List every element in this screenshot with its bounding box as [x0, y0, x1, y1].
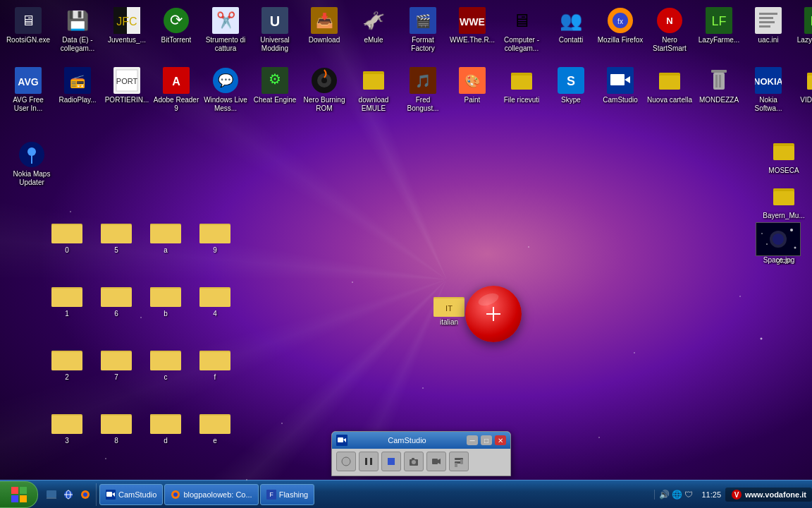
- folder-7[interactable]: 7: [92, 332, 141, 395]
- folder-c[interactable]: c: [141, 332, 190, 395]
- folder-2[interactable]: 2: [42, 332, 92, 395]
- icon-nokia-software[interactable]: NOKIA Nokia Softwa...: [744, 64, 793, 116]
- icon-nero-burning[interactable]: Nero Burning ROM: [300, 64, 349, 116]
- icon-computer[interactable]: 🖥 Computer - collegam...: [497, 4, 546, 56]
- camstudio-close-btn[interactable]: ✕: [495, 435, 506, 445]
- icon-windows-live[interactable]: 💬 Windows Live Mess...: [201, 64, 250, 116]
- icon-nuova-cartella-label: Nuova cartella: [647, 96, 692, 104]
- icon-uac[interactable]: uac.ini: [744, 4, 793, 56]
- icon-download-emule[interactable]: download EMULE: [349, 64, 398, 116]
- icon-bayern[interactable]: Bayern_Mu...: [759, 179, 808, 223]
- camstudio-window-titlebar: CamStudio ─ □ ✕: [332, 432, 510, 449]
- icon-file-ricevuti[interactable]: File ricevuti: [497, 64, 546, 116]
- folder-a[interactable]: a: [141, 205, 190, 268]
- folder-5[interactable]: 5: [92, 205, 141, 268]
- icon-lazyfarme2[interactable]: LF LazyFarme...: [793, 4, 812, 56]
- icon-video-ts[interactable]: VIDEO_TS: [793, 64, 812, 116]
- icon-firefox[interactable]: fx Mozilla Firefox: [596, 4, 645, 56]
- icon-nero[interactable]: N Nero StartSmart: [645, 4, 694, 56]
- icon-juventus[interactable]: JFC Juventus_...: [102, 4, 152, 56]
- taskbar-item-blogpaoloweb[interactable]: blogpaoloweb: Co...: [164, 484, 258, 505]
- icon-format-factory[interactable]: 🎬 Format Factory: [398, 4, 448, 56]
- icon-mondezza[interactable]: MONDEZZA: [694, 64, 744, 116]
- icon-wwe[interactable]: WWE WWE.The.R...: [448, 4, 497, 56]
- svg-rect-132: [101, 414, 132, 434]
- quick-firefox[interactable]: [78, 487, 93, 502]
- icon-paint[interactable]: 🎨 Paint: [448, 64, 497, 116]
- camstudio-maximize-btn[interactable]: □: [481, 435, 492, 445]
- icon-fred[interactable]: 🎵 Fred Bongust...: [398, 64, 448, 116]
- icon-camstudio[interactable]: CamStudio: [596, 64, 645, 116]
- icon-rootsign[interactable]: 🖥 RootsiGN.exe: [4, 4, 53, 56]
- folder-d[interactable]: d: [141, 395, 190, 459]
- cam-stop-btn[interactable]: [381, 452, 401, 471]
- icon-space-jpg[interactable]: Space.jpg: [756, 222, 805, 265]
- icon-moseca[interactable]: MOSECA: [759, 134, 808, 178]
- icon-avg[interactable]: AVG AVG Free User In...: [4, 64, 53, 116]
- svg-rect-53: [459, 67, 486, 94]
- cam-screenshot-btn[interactable]: [404, 452, 424, 471]
- quick-ie[interactable]: [61, 487, 76, 502]
- taskbar-clock[interactable]: 11:25: [697, 490, 725, 499]
- folder-3[interactable]: 3: [42, 395, 92, 459]
- taskbar-item-camstudio[interactable]: CamStudio: [99, 484, 163, 505]
- svg-point-19: [613, 13, 628, 28]
- icon-cheat-engine[interactable]: ⚙ Cheat Engine: [250, 64, 300, 116]
- icon-skype[interactable]: S Skype: [546, 64, 596, 116]
- tray-icon-network[interactable]: 🌐: [672, 490, 682, 500]
- vodafone-widget[interactable]: V www.vodafone.it: [725, 488, 812, 502]
- taskbar-item-flashing[interactable]: F Flashing: [260, 484, 315, 505]
- icon-gtctn[interactable]: gtctn: [759, 224, 808, 268]
- icon-fred-label: Fred Bongust...: [400, 96, 446, 113]
- icon-universal[interactable]: U Universal Modding: [250, 4, 300, 56]
- svg-rect-8: [212, 7, 239, 34]
- folder-b[interactable]: b: [141, 268, 190, 332]
- svg-point-75: [19, 142, 44, 167]
- icon-download-emule-label: download EMULE: [350, 96, 397, 113]
- folder-0[interactable]: 0: [42, 205, 92, 268]
- icon-download[interactable]: 📥 Download: [300, 4, 349, 56]
- icon-emule[interactable]: 🫏 eMule: [349, 4, 398, 56]
- cam-pause-btn[interactable]: [359, 452, 379, 471]
- camstudio-minimize-btn[interactable]: ─: [467, 435, 478, 445]
- icon-data-e[interactable]: 💾 Data (E) - collegam...: [53, 4, 102, 56]
- icon-camstudio-label: CamStudio: [603, 96, 637, 104]
- taskbar-running-apps: CamStudio blogpaoloweb: Co... F Flashing: [99, 484, 654, 505]
- folder-e[interactable]: e: [190, 395, 240, 459]
- icon-italian[interactable]: IT italian: [433, 293, 465, 327]
- tray-icon-security[interactable]: 🛡: [684, 490, 693, 500]
- svg-point-6: [164, 8, 189, 33]
- icon-radioplayer[interactable]: 📻 RadioPlay...: [53, 64, 102, 116]
- cam-config-btn[interactable]: [449, 452, 469, 471]
- icon-adobe[interactable]: A Adobe Reader 9: [152, 64, 201, 116]
- cam-video-btn[interactable]: [426, 452, 446, 471]
- icon-nuova-cartella[interactable]: Nuova cartella: [645, 64, 694, 116]
- tray-icon-sound[interactable]: 🔊: [659, 490, 670, 500]
- svg-rect-86: [756, 223, 800, 255]
- icon-lazyfarme[interactable]: LF LazyFarme...: [694, 4, 744, 56]
- folder-6[interactable]: 6: [92, 268, 141, 332]
- taskbar-flashing-label: Flashing: [279, 490, 309, 499]
- icon-data-e-label: Data (E) - collegam...: [54, 36, 101, 53]
- recording-button[interactable]: [465, 286, 522, 342]
- folder-9[interactable]: 9: [190, 205, 240, 268]
- folder-f[interactable]: f: [190, 332, 240, 395]
- icon-strumento[interactable]: ✂️ Strumento di cattura: [201, 4, 250, 56]
- folder-c-label: c: [164, 373, 168, 381]
- cam-record-btn[interactable]: [336, 452, 356, 471]
- quick-show-desktop[interactable]: [44, 487, 59, 502]
- folder-8[interactable]: 8: [92, 395, 141, 459]
- folder-1[interactable]: 1: [42, 268, 92, 332]
- folder-4[interactable]: 4: [190, 268, 240, 332]
- icon-video-ts-label: VIDEO_TS: [800, 96, 812, 104]
- svg-point-181: [732, 490, 742, 500]
- camstudio-controls: [332, 449, 510, 476]
- icon-nero-burning-label: Nero Burning ROM: [301, 96, 347, 113]
- icon-nokia-maps[interactable]: Nokia Maps Updater: [7, 138, 56, 190]
- icon-contatti[interactable]: 👥 Contatti: [546, 4, 596, 56]
- icon-portierin[interactable]: PORT PORTIERIN...: [102, 64, 152, 116]
- start-button[interactable]: [0, 481, 38, 508]
- svg-rect-56: [511, 73, 521, 77]
- icon-bittorrent[interactable]: ⟳ BitTorrent: [152, 4, 201, 56]
- svg-text:S: S: [567, 74, 575, 88]
